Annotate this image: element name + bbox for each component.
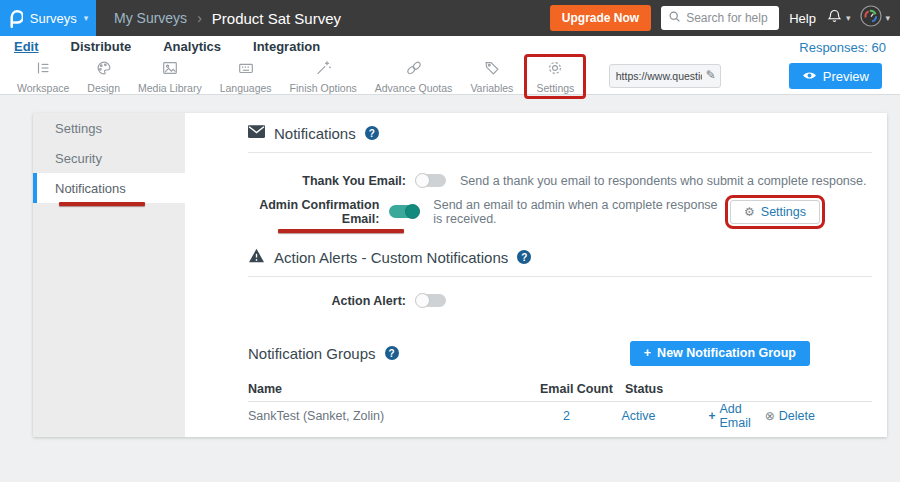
email-count-link[interactable]: 2 [537, 409, 621, 423]
breadcrumb: My Surveys › Product Sat Survey [114, 10, 341, 27]
toolbar-item-settings[interactable]: Settings [527, 57, 583, 96]
row-actions: + Add Email ⊗ Delete [709, 402, 872, 430]
survey-url-input[interactable] [609, 64, 721, 88]
column-header-status: Status [625, 382, 713, 396]
annotation-settings-button-box: ⚙ Settings [725, 195, 825, 229]
warning-triangle-icon [248, 248, 265, 267]
tab-edit[interactable]: Edit [14, 39, 39, 55]
keyboard-icon [236, 59, 256, 81]
survey-nav: Edit Distribute Analytics Integration Re… [0, 36, 900, 58]
survey-url-group: ✎ [609, 64, 721, 88]
magic-wand-icon [313, 59, 333, 81]
breadcrumb-current-survey: Product Sat Survey [212, 10, 341, 27]
tab-distribute[interactable]: Distribute [71, 39, 132, 55]
action-alert-label: Action Alert: [248, 294, 406, 308]
tag-icon [482, 59, 502, 81]
breadcrumb-my-surveys[interactable]: My Surveys [114, 10, 187, 26]
status-link[interactable]: Active [621, 409, 708, 423]
surveys-product-menu[interactable]: Surveys ▾ [0, 0, 96, 36]
annotation-admin-email-underline [278, 229, 404, 233]
toolbar-item-finish-options[interactable]: Finish Options [281, 57, 366, 96]
action-alerts-section-header: Action Alerts - Custom Notifications ? [248, 243, 872, 271]
thank-you-email-label: Thank You Email: [248, 174, 406, 188]
help-link[interactable]: Help [789, 11, 816, 26]
sidebar-item-settings[interactable]: Settings [33, 113, 185, 143]
group-name-cell: SankTest (Sanket, Zolin) [248, 409, 537, 423]
new-notification-group-button[interactable]: + New Notification Group [630, 341, 810, 366]
gear-icon [545, 59, 565, 81]
upgrade-now-button[interactable]: Upgrade Now [550, 5, 651, 31]
questionpro-settings-page: Surveys ▾ My Surveys › Product Sat Surve… [0, 0, 900, 482]
action-alert-row: Action Alert: [248, 285, 872, 316]
edit-url-pencil-icon[interactable]: ✎ [706, 68, 716, 82]
notification-groups-table: Name Email Count Status SankTest (Sanket… [248, 376, 872, 430]
thank-you-email-row: Thank You Email: Send a thank you email … [248, 165, 872, 196]
topbar-right-cluster: Upgrade Now Help ▾ ▾ [550, 5, 900, 31]
chevron-down-icon: ▾ [84, 14, 89, 23]
gear-icon: ⚙ [744, 205, 755, 219]
help-search-box[interactable] [661, 6, 779, 30]
bell-icon [826, 8, 843, 29]
plus-icon: + [644, 346, 651, 360]
admin-email-settings-button[interactable]: ⚙ Settings [730, 200, 820, 224]
table-header-row: Name Email Count Status [248, 376, 872, 402]
sidebar-item-notifications[interactable]: Notifications [33, 173, 185, 203]
table-row: SankTest (Sanket, Zolin) 2 Active + Add … [248, 402, 872, 430]
admin-confirmation-email-label: Admin Confirmation Email: [248, 198, 379, 226]
divider [248, 152, 872, 153]
circle-x-icon: ⊗ [765, 409, 775, 423]
sidebar-item-security[interactable]: Security [33, 143, 185, 173]
toolbar-item-design[interactable]: Design [78, 57, 129, 96]
responses-count[interactable]: Responses: 60 [799, 40, 886, 55]
search-icon [668, 9, 681, 27]
annotation-settings-toolbar-box: Settings [524, 54, 586, 99]
action-alerts-section-title: Action Alerts - Custom Notifications [274, 249, 508, 266]
image-icon [160, 59, 180, 81]
help-icon[interactable]: ? [365, 126, 379, 140]
admin-confirmation-email-row: Admin Confirmation Email: Send an email … [248, 196, 872, 227]
tab-analytics[interactable]: Analytics [163, 39, 221, 55]
thank-you-email-toggle[interactable] [416, 174, 446, 187]
action-alert-toggle[interactable] [416, 294, 446, 307]
top-bar: Surveys ▾ My Surveys › Product Sat Surve… [0, 0, 900, 36]
column-header-name: Name [248, 382, 540, 396]
notifications-bell-menu[interactable]: ▾ [826, 8, 851, 29]
toolbar-item-media-library[interactable]: Media Library [129, 57, 211, 96]
account-menu[interactable]: ▾ [860, 5, 890, 31]
envelope-icon [248, 124, 265, 142]
eye-icon [802, 69, 817, 84]
notification-groups-title: Notification Groups [248, 345, 376, 362]
notifications-section-title: Notifications [274, 125, 356, 142]
help-icon[interactable]: ? [517, 250, 531, 264]
notifications-section-header: Notifications ? [248, 119, 872, 147]
admin-confirmation-email-toggle[interactable] [389, 205, 419, 218]
questionpro-logo-icon [8, 9, 23, 28]
breadcrumb-separator-icon: › [197, 10, 202, 26]
avatar [860, 5, 882, 31]
settings-sidebar: Settings Security Notifications [33, 113, 185, 437]
help-icon[interactable]: ? [385, 346, 399, 360]
notification-toggle-rows: Thank You Email: Send a thank you email … [248, 165, 872, 227]
toolbar-item-workspace[interactable]: Workspace [8, 57, 78, 96]
search-input[interactable] [686, 11, 774, 25]
annotation-notifications-underline [59, 202, 145, 206]
toolbar-item-variables[interactable]: Variables [461, 57, 522, 96]
thank-you-email-description: Send a thank you email to respondents wh… [460, 174, 867, 188]
column-header-email-count: Email Count [540, 382, 625, 396]
settings-card: Settings Security Notifications Notifica… [33, 113, 887, 437]
divider [248, 276, 872, 277]
toolbar-item-languages[interactable]: Languages [211, 57, 281, 96]
delete-link[interactable]: ⊗ Delete [765, 402, 815, 430]
preview-button[interactable]: Preview [789, 63, 882, 89]
palette-icon [94, 59, 114, 81]
tab-integration[interactable]: Integration [253, 39, 320, 55]
action-alert-rows: Action Alert: [248, 285, 872, 316]
add-email-link[interactable]: + Add Email [709, 402, 751, 430]
workspace-icon [33, 59, 53, 81]
toolbar-item-advance-quotas[interactable]: Advance Quotas [366, 57, 462, 96]
edit-toolbar: Workspace Design Media Library Languages… [0, 58, 900, 95]
notification-groups-section-header: Notification Groups ? + New Notification… [248, 338, 872, 368]
plus-icon: + [709, 409, 716, 423]
chevron-down-icon: ▾ [846, 14, 851, 23]
admin-confirmation-email-description: Send an email to admin when a complete r… [433, 198, 725, 226]
